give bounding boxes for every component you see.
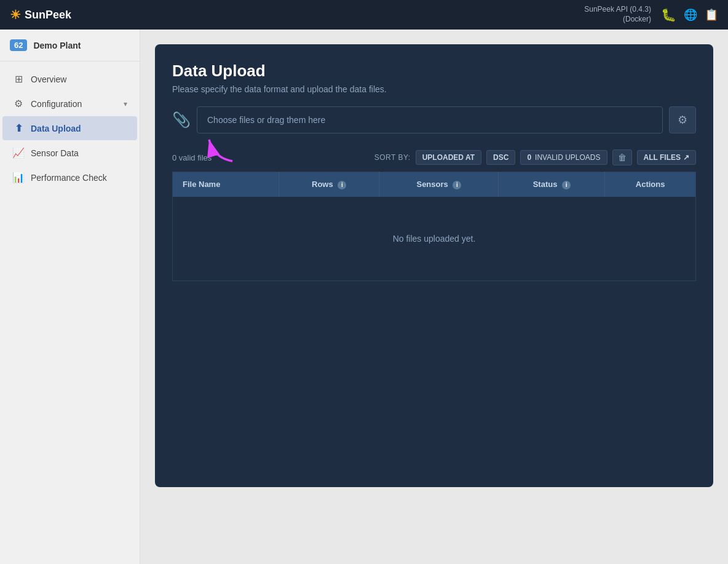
- app-body: 62 Demo Plant ⊞ Overview ⚙ Configuration…: [0, 30, 728, 564]
- file-drop-placeholder: Choose files or drag them here: [207, 115, 325, 125]
- file-settings-button[interactable]: ⚙: [669, 106, 696, 133]
- plant-name: Demo Plant: [33, 41, 81, 50]
- arrow-right-icon: ↗: [683, 153, 689, 162]
- app-name: SunPeek: [25, 9, 71, 22]
- paperclip-icon[interactable]: 📎: [172, 111, 191, 129]
- plant-selector[interactable]: 62 Demo Plant: [0, 30, 140, 62]
- sidebar-item-performance-check[interactable]: 📊 Performance Check: [2, 165, 137, 189]
- no-files-message: No files uploaded yet.: [173, 197, 696, 281]
- page-subtitle: Please specify the data format and uploa…: [172, 84, 696, 94]
- chevron-down-icon: ▾: [124, 100, 127, 108]
- sidebar-item-sensor-data[interactable]: 📈 Sensor Data: [2, 141, 137, 165]
- status-info-icon[interactable]: i: [562, 181, 571, 189]
- all-files-button[interactable]: ALL FILES ↗: [637, 150, 696, 165]
- sidebar-nav: ⊞ Overview ⚙ Configuration ▾ ⬆ Data Uplo…: [0, 62, 140, 195]
- api-info: SunPeek API (0.4.3) (Docker): [584, 5, 651, 24]
- col-sensors: Sensors i: [379, 172, 499, 197]
- col-rows: Rows i: [279, 172, 379, 197]
- api-version: SunPeek API (0.4.3): [584, 5, 651, 15]
- bug-icon[interactable]: 🐛: [661, 7, 676, 22]
- file-drop-row: 📎 Choose files or drag them here ⚙: [172, 106, 696, 133]
- valid-files-count: 0 valid files: [172, 153, 212, 162]
- invalid-uploads-button[interactable]: 0 INVALID UPLOADS: [520, 150, 607, 165]
- api-env: (Docker): [584, 15, 651, 25]
- globe-icon[interactable]: 🌐: [684, 8, 697, 22]
- sidebar-item-label-overview: Overview: [31, 74, 66, 84]
- sort-dsc-button[interactable]: DSC: [486, 150, 515, 165]
- delete-invalid-button[interactable]: 🗑: [612, 149, 632, 165]
- col-file-name: File Name: [173, 172, 279, 197]
- all-files-label: ALL FILES: [644, 153, 681, 162]
- upload-card: Data Upload Please specify the data form…: [155, 44, 713, 487]
- main-content: Data Upload Please specify the data form…: [140, 30, 728, 564]
- stats-row: 0 valid files SORT BY: UPLOADED AT DSC 0…: [172, 145, 696, 172]
- sidebar-item-configuration[interactable]: ⚙ Configuration ▾: [2, 92, 137, 116]
- plant-badge: 62: [10, 39, 27, 51]
- sort-by-label: SORT BY:: [374, 153, 411, 162]
- files-table: File Name Rows i Sensors i Status i: [172, 172, 696, 281]
- trash-icon: 🗑: [618, 153, 627, 162]
- sidebar-item-label-configuration: Configuration: [31, 99, 82, 109]
- table-header: File Name Rows i Sensors i Status i: [173, 172, 696, 197]
- sort-uploaded-at-button[interactable]: UPLOADED AT: [416, 150, 481, 165]
- table-body: No files uploaded yet.: [173, 197, 696, 281]
- top-nav: ☀ SunPeek SunPeek API (0.4.3) (Docker) 🐛…: [0, 0, 728, 30]
- sidebar-item-overview[interactable]: ⊞ Overview: [2, 67, 137, 91]
- no-files-row: No files uploaded yet.: [173, 197, 696, 281]
- col-status: Status i: [499, 172, 605, 197]
- sensors-info-icon[interactable]: i: [453, 181, 461, 189]
- sensor-data-icon: 📈: [12, 147, 25, 159]
- sidebar-item-label-data-upload: Data Upload: [31, 124, 81, 133]
- data-upload-icon: ⬆: [12, 122, 25, 134]
- topnav-right: SunPeek API (0.4.3) (Docker) 🐛 🌐 📋: [584, 5, 718, 24]
- sun-icon: ☀: [10, 7, 21, 22]
- sidebar-item-data-upload[interactable]: ⬆ Data Upload: [2, 116, 137, 140]
- invalid-count: 0: [527, 153, 531, 162]
- col-actions: Actions: [605, 172, 696, 197]
- sidebar-item-label-sensor-data: Sensor Data: [31, 148, 79, 158]
- file-drop-zone[interactable]: Choose files or drag them here: [197, 106, 663, 133]
- gear-icon: ⚙: [678, 113, 687, 127]
- rows-info-icon[interactable]: i: [338, 181, 346, 189]
- configuration-icon: ⚙: [12, 98, 25, 109]
- invalid-uploads-label: INVALID UPLOADS: [535, 153, 600, 162]
- sidebar: 62 Demo Plant ⊞ Overview ⚙ Configuration…: [0, 30, 140, 564]
- topnav-icons: 🐛 🌐 📋: [661, 7, 718, 22]
- sidebar-item-label-performance-check: Performance Check: [31, 173, 107, 183]
- page-title: Data Upload: [172, 62, 696, 81]
- app-logo: ☀ SunPeek: [10, 7, 71, 22]
- doc-icon[interactable]: 📋: [705, 8, 718, 22]
- overview-icon: ⊞: [12, 73, 25, 85]
- performance-check-icon: 📊: [12, 172, 25, 183]
- sort-controls: SORT BY: UPLOADED AT DSC 0 INVALID UPLOA…: [374, 149, 696, 165]
